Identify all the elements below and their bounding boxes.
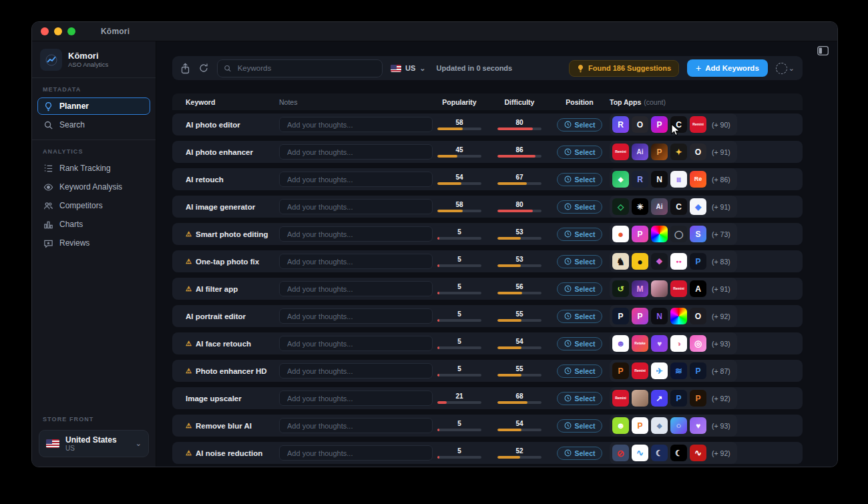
ring-o-app-icon[interactable]: O xyxy=(690,308,706,324)
navy-r-app-icon[interactable]: R xyxy=(632,171,648,188)
blue-p-app-icon[interactable]: P xyxy=(690,253,706,270)
share-icon[interactable] xyxy=(180,63,190,74)
select-position-button[interactable]: Select xyxy=(557,337,603,350)
sparkle-app-icon[interactable]: ✦ xyxy=(670,144,687,160)
select-position-button[interactable]: Select xyxy=(557,255,603,268)
airbrush-a-app-icon[interactable]: A xyxy=(690,280,706,297)
rainbow-grid-app-icon[interactable] xyxy=(670,308,687,324)
rainbow-grid-app-icon[interactable] xyxy=(651,226,668,242)
select-position-button[interactable]: Select xyxy=(557,447,603,460)
re-app-icon[interactable]: Re xyxy=(690,171,706,188)
color-wheel-app-icon[interactable]: ● xyxy=(612,226,629,242)
table-row[interactable]: ⚠ AI photo editor 58 80 Select ROPCRemin… xyxy=(172,113,803,136)
table-row[interactable]: ⚠ AI photo enhancer 45 86 Select ReminiA… xyxy=(172,141,803,163)
galaxy-ai-app-icon[interactable]: Ai xyxy=(651,198,668,215)
dark-moon-app-icon[interactable]: ☾ xyxy=(670,445,687,461)
remini-app-icon[interactable]: Remini xyxy=(612,390,629,407)
orange-p-app-icon[interactable]: P xyxy=(632,417,648,434)
bird-app-icon[interactable]: ✈ xyxy=(651,362,668,379)
table-row[interactable]: ⚠ AI portrait editor 5 55 Select PPNO(+ … xyxy=(172,305,803,327)
notes-input[interactable] xyxy=(286,339,426,348)
cat-art-app-icon[interactable]: ♞ xyxy=(612,253,629,270)
notes-input[interactable] xyxy=(286,148,426,157)
remini-app-icon[interactable]: Remini xyxy=(632,362,648,379)
orange-p-app-icon[interactable]: P xyxy=(651,144,668,160)
sidebar-item-planner[interactable]: Planner xyxy=(37,97,150,115)
select-position-button[interactable]: Select xyxy=(557,146,603,159)
upscale-arrow-app-icon[interactable]: ↗ xyxy=(651,390,668,407)
select-position-button[interactable]: Select xyxy=(557,392,603,405)
notes-input[interactable] xyxy=(286,421,426,431)
gradient-r-app-icon[interactable]: R xyxy=(612,116,629,133)
pink-p-app-icon[interactable]: P xyxy=(632,226,648,242)
drop-ring-app-icon[interactable]: ○ xyxy=(670,417,687,434)
heart-lens-app-icon[interactable]: ♥ xyxy=(651,335,668,352)
notes-input[interactable] xyxy=(286,312,426,321)
view-options-button[interactable]: ⌄ xyxy=(776,63,795,74)
select-position-button[interactable]: Select xyxy=(557,419,603,433)
remini-app-icon[interactable]: Remini xyxy=(670,280,687,297)
eraser-app-icon[interactable]: ◆ xyxy=(612,171,629,188)
table-row[interactable]: ⚠ One-tap photo fix 5 53 Select ♞●❖●●P(+… xyxy=(172,250,803,272)
sidebar-item-rank-tracking[interactable]: Rank Tracking xyxy=(37,160,150,177)
minimize-window-button[interactable] xyxy=(54,27,62,35)
notes-input[interactable] xyxy=(286,202,426,212)
region-selector[interactable]: US ⌄ xyxy=(391,64,426,73)
hex-color-app-icon[interactable]: ❖ xyxy=(651,253,668,270)
table-row[interactable]: ⚠ Image upscaler 21 68 Select Remini↗PP(… xyxy=(172,387,803,409)
sleep-moon-app-icon[interactable]: ☾ xyxy=(651,445,668,461)
dark-c-app-icon[interactable]: C xyxy=(670,116,687,133)
navy-p-app-icon[interactable]: P xyxy=(612,308,629,324)
black-n-app-icon[interactable]: N xyxy=(651,171,668,188)
notes-input[interactable] xyxy=(286,366,426,376)
found-suggestions-button[interactable]: Found 186 Suggestions xyxy=(569,60,679,77)
pink-p-app-icon[interactable]: P xyxy=(632,308,648,324)
table-row[interactable]: ⚠ AI noise reduction 5 52 Select ⊘∿☾☾∿(+… xyxy=(172,442,803,464)
select-position-button[interactable]: Select xyxy=(557,228,603,241)
toon-arrow-app-icon[interactable]: ↺ xyxy=(612,280,629,297)
flickr-dots-app-icon[interactable]: ●● xyxy=(670,253,687,270)
select-position-button[interactable]: Select xyxy=(557,282,603,296)
select-position-button[interactable]: Select xyxy=(557,173,603,186)
yellow-camera-app-icon[interactable]: ● xyxy=(632,253,648,270)
stripes-app-icon[interactable]: ≋ xyxy=(670,362,687,379)
green-hex-app-icon[interactable]: ◇ xyxy=(612,198,629,215)
sidebar-item-competitors[interactable]: Competitors xyxy=(37,197,150,214)
refresh-icon[interactable] xyxy=(198,63,209,73)
sidebar-toggle-icon[interactable] xyxy=(817,46,829,55)
blue-p-app-icon[interactable]: P xyxy=(690,362,706,379)
glow-p-app-icon[interactable]: P xyxy=(690,390,706,407)
purple-m-app-icon[interactable]: M xyxy=(632,280,648,297)
plane-n-app-icon[interactable]: N xyxy=(651,308,668,324)
table-row[interactable]: ⚠ AI filter app 5 56 Select ↺MReminiA(+ … xyxy=(172,278,803,300)
sidebar-item-keyword-analysis[interactable]: Keyword Analysis xyxy=(37,178,150,196)
remini-app-icon[interactable]: Remini xyxy=(612,144,629,160)
table-row[interactable]: ⚠ Smart photo editing 5 53 Select ●P◯S(+… xyxy=(172,223,803,245)
sidebar-item-charts[interactable]: Charts xyxy=(37,216,150,233)
add-keywords-button[interactable]: + Add Keywords xyxy=(687,59,768,77)
glow-p-app-icon[interactable]: P xyxy=(612,362,629,379)
diamond-app-icon[interactable]: ◆ xyxy=(690,198,706,215)
notes-input[interactable] xyxy=(286,175,426,184)
close-window-button[interactable] xyxy=(41,27,49,35)
green-bird-app-icon[interactable]: ☻ xyxy=(612,417,629,434)
ring-o-app-icon[interactable]: O xyxy=(690,144,706,160)
notes-input[interactable] xyxy=(286,284,426,294)
water-drop-app-icon[interactable]: ◆ xyxy=(651,417,668,434)
red-wave-app-icon[interactable]: ∿ xyxy=(690,445,706,461)
remini-app-icon[interactable]: Remini xyxy=(690,116,706,133)
sidebar-item-search[interactable]: Search xyxy=(37,116,150,134)
waveform-app-icon[interactable]: ∿ xyxy=(632,445,648,461)
pink-camera-app-icon[interactable]: ◎ xyxy=(690,335,706,352)
blue-p-app-icon[interactable]: P xyxy=(670,390,687,407)
table-row[interactable]: ⚠ Photo enhancer HD 5 55 Select PRemini✈… xyxy=(172,360,803,382)
table-row[interactable]: ⚠ Remove blur AI 5 54 Select ☻P◆○♥(+ 93) xyxy=(172,415,803,437)
ring-o-app-icon[interactable]: O xyxy=(632,116,648,133)
notes-input[interactable] xyxy=(286,230,426,239)
face-gradient-app-icon[interactable]: ◑ xyxy=(670,335,687,352)
openai-knot-app-icon[interactable]: ✳ xyxy=(632,198,648,215)
notes-input[interactable] xyxy=(286,449,426,458)
face-avatar-app-icon[interactable]: ☻ xyxy=(612,335,629,352)
purple-s-app-icon[interactable]: S xyxy=(690,226,706,242)
no-noise-app-icon[interactable]: ⊘ xyxy=(612,445,629,461)
